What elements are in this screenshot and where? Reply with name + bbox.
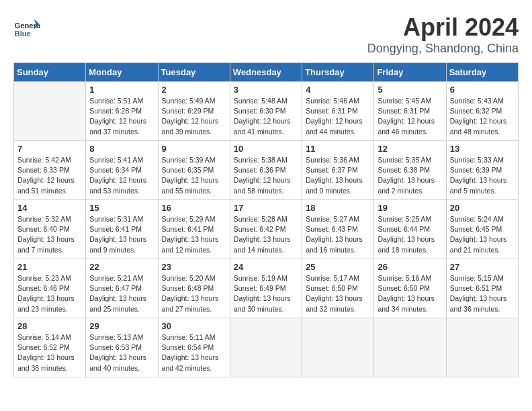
calendar-cell: 10 Sunrise: 5:38 AMSunset: 6:36 PMDaylig… xyxy=(230,141,302,200)
day-info: Sunrise: 5:15 AMSunset: 6:51 PMDaylight:… xyxy=(450,274,507,313)
day-info: Sunrise: 5:11 AMSunset: 6:54 PMDaylight:… xyxy=(162,333,219,372)
day-info: Sunrise: 5:13 AMSunset: 6:53 PMDaylight:… xyxy=(89,333,146,372)
day-number: 7 xyxy=(17,144,82,154)
day-number: 3 xyxy=(234,85,298,95)
day-info: Sunrise: 5:35 AMSunset: 6:38 PMDaylight:… xyxy=(378,156,435,195)
calendar-cell xyxy=(446,318,518,377)
day-info: Sunrise: 5:48 AMSunset: 6:30 PMDaylight:… xyxy=(234,97,291,136)
calendar-cell: 11 Sunrise: 5:36 AMSunset: 6:37 PMDaylig… xyxy=(302,141,374,200)
day-info: Sunrise: 5:41 AMSunset: 6:34 PMDaylight:… xyxy=(89,156,146,195)
calendar-cell: 5 Sunrise: 5:45 AMSunset: 6:31 PMDayligh… xyxy=(374,82,446,141)
page-header: General Blue April 2024 Dongying, Shando… xyxy=(13,13,519,56)
day-number: 2 xyxy=(162,85,226,95)
calendar-week-row: 14 Sunrise: 5:32 AMSunset: 6:40 PMDaylig… xyxy=(14,200,519,259)
calendar-week-row: 21 Sunrise: 5:23 AMSunset: 6:46 PMDaylig… xyxy=(14,259,519,318)
day-number: 9 xyxy=(162,144,226,154)
calendar-cell: 24 Sunrise: 5:19 AMSunset: 6:49 PMDaylig… xyxy=(230,259,302,318)
calendar-cell xyxy=(14,82,86,141)
day-number: 15 xyxy=(89,203,154,213)
calendar-header-row: SundayMondayTuesdayWednesdayThursdayFrid… xyxy=(14,63,519,82)
day-info: Sunrise: 5:51 AMSunset: 6:28 PMDaylight:… xyxy=(89,97,146,136)
day-info: Sunrise: 5:29 AMSunset: 6:41 PMDaylight:… xyxy=(162,215,219,254)
calendar-cell: 7 Sunrise: 5:42 AMSunset: 6:33 PMDayligh… xyxy=(14,141,86,200)
day-number: 27 xyxy=(450,262,515,272)
calendar-week-row: 1 Sunrise: 5:51 AMSunset: 6:28 PMDayligh… xyxy=(14,82,519,141)
calendar-cell: 25 Sunrise: 5:17 AMSunset: 6:50 PMDaylig… xyxy=(302,259,374,318)
calendar-cell: 19 Sunrise: 5:25 AMSunset: 6:44 PMDaylig… xyxy=(374,200,446,259)
day-info: Sunrise: 5:24 AMSunset: 6:45 PMDaylight:… xyxy=(450,215,507,254)
day-number: 20 xyxy=(450,203,515,213)
day-number: 22 xyxy=(89,262,154,272)
day-number: 25 xyxy=(306,262,370,272)
calendar-cell: 27 Sunrise: 5:15 AMSunset: 6:51 PMDaylig… xyxy=(446,259,518,318)
day-number: 30 xyxy=(162,321,226,331)
day-info: Sunrise: 5:31 AMSunset: 6:41 PMDaylight:… xyxy=(89,215,146,254)
day-info: Sunrise: 5:45 AMSunset: 6:31 PMDaylight:… xyxy=(378,97,435,136)
calendar-cell: 9 Sunrise: 5:39 AMSunset: 6:35 PMDayligh… xyxy=(158,141,230,200)
calendar-cell: 6 Sunrise: 5:43 AMSunset: 6:32 PMDayligh… xyxy=(446,82,518,141)
day-info: Sunrise: 5:43 AMSunset: 6:32 PMDaylight:… xyxy=(450,97,507,136)
day-of-week-header: Wednesday xyxy=(230,63,302,82)
month-year: April 2024 xyxy=(367,13,519,42)
day-info: Sunrise: 5:16 AMSunset: 6:50 PMDaylight:… xyxy=(378,274,435,313)
day-number: 28 xyxy=(17,321,82,331)
day-number: 11 xyxy=(306,144,370,154)
day-number: 8 xyxy=(89,144,154,154)
day-number: 10 xyxy=(234,144,298,154)
day-info: Sunrise: 5:20 AMSunset: 6:48 PMDaylight:… xyxy=(162,274,219,313)
calendar-week-row: 7 Sunrise: 5:42 AMSunset: 6:33 PMDayligh… xyxy=(14,141,519,200)
calendar-cell xyxy=(374,318,446,377)
day-number: 5 xyxy=(378,85,442,95)
svg-text:Blue: Blue xyxy=(15,30,31,38)
day-number: 26 xyxy=(378,262,442,272)
calendar-cell: 2 Sunrise: 5:49 AMSunset: 6:29 PMDayligh… xyxy=(158,82,230,141)
calendar-cell: 1 Sunrise: 5:51 AMSunset: 6:28 PMDayligh… xyxy=(86,82,158,141)
day-number: 24 xyxy=(234,262,298,272)
day-info: Sunrise: 5:32 AMSunset: 6:40 PMDaylight:… xyxy=(17,215,75,254)
day-info: Sunrise: 5:33 AMSunset: 6:39 PMDaylight:… xyxy=(450,156,507,195)
day-number: 6 xyxy=(450,85,515,95)
day-number: 16 xyxy=(162,203,226,213)
day-of-week-header: Thursday xyxy=(302,63,374,82)
calendar-cell: 18 Sunrise: 5:27 AMSunset: 6:43 PMDaylig… xyxy=(302,200,374,259)
day-number: 12 xyxy=(378,144,442,154)
day-number: 1 xyxy=(89,85,154,95)
day-of-week-header: Friday xyxy=(374,63,446,82)
day-info: Sunrise: 5:23 AMSunset: 6:46 PMDaylight:… xyxy=(17,274,75,313)
day-number: 17 xyxy=(234,203,298,213)
calendar-cell: 16 Sunrise: 5:29 AMSunset: 6:41 PMDaylig… xyxy=(158,200,230,259)
calendar-week-row: 28 Sunrise: 5:14 AMSunset: 6:52 PMDaylig… xyxy=(14,318,519,377)
day-number: 23 xyxy=(162,262,226,272)
calendar-cell: 3 Sunrise: 5:48 AMSunset: 6:30 PMDayligh… xyxy=(230,82,302,141)
day-info: Sunrise: 5:39 AMSunset: 6:35 PMDaylight:… xyxy=(162,156,219,195)
day-of-week-header: Tuesday xyxy=(158,63,230,82)
day-info: Sunrise: 5:28 AMSunset: 6:42 PMDaylight:… xyxy=(234,215,291,254)
day-info: Sunrise: 5:42 AMSunset: 6:33 PMDaylight:… xyxy=(17,156,75,195)
calendar-cell xyxy=(302,318,374,377)
day-info: Sunrise: 5:19 AMSunset: 6:49 PMDaylight:… xyxy=(234,274,291,313)
day-of-week-header: Monday xyxy=(86,63,158,82)
calendar-cell: 12 Sunrise: 5:35 AMSunset: 6:38 PMDaylig… xyxy=(374,141,446,200)
calendar-cell: 13 Sunrise: 5:33 AMSunset: 6:39 PMDaylig… xyxy=(446,141,518,200)
calendar-cell: 23 Sunrise: 5:20 AMSunset: 6:48 PMDaylig… xyxy=(158,259,230,318)
day-of-week-header: Saturday xyxy=(446,63,518,82)
day-number: 19 xyxy=(378,203,442,213)
day-info: Sunrise: 5:27 AMSunset: 6:43 PMDaylight:… xyxy=(306,215,363,254)
calendar-cell: 29 Sunrise: 5:13 AMSunset: 6:53 PMDaylig… xyxy=(86,318,158,377)
day-number: 18 xyxy=(306,203,370,213)
calendar-cell: 22 Sunrise: 5:21 AMSunset: 6:47 PMDaylig… xyxy=(86,259,158,318)
logo-icon: General Blue xyxy=(13,13,40,40)
calendar-cell: 8 Sunrise: 5:41 AMSunset: 6:34 PMDayligh… xyxy=(86,141,158,200)
day-info: Sunrise: 5:25 AMSunset: 6:44 PMDaylight:… xyxy=(378,215,435,254)
day-info: Sunrise: 5:49 AMSunset: 6:29 PMDaylight:… xyxy=(162,97,219,136)
calendar-body: 1 Sunrise: 5:51 AMSunset: 6:28 PMDayligh… xyxy=(14,82,519,377)
day-info: Sunrise: 5:14 AMSunset: 6:52 PMDaylight:… xyxy=(17,333,75,372)
day-number: 14 xyxy=(17,203,82,213)
day-number: 13 xyxy=(450,144,515,154)
day-info: Sunrise: 5:38 AMSunset: 6:36 PMDaylight:… xyxy=(234,156,291,195)
day-info: Sunrise: 5:36 AMSunset: 6:37 PMDaylight:… xyxy=(306,156,363,195)
calendar-cell: 21 Sunrise: 5:23 AMSunset: 6:46 PMDaylig… xyxy=(14,259,86,318)
logo: General Blue xyxy=(13,13,43,40)
calendar-cell: 4 Sunrise: 5:46 AMSunset: 6:31 PMDayligh… xyxy=(302,82,374,141)
calendar-cell: 20 Sunrise: 5:24 AMSunset: 6:45 PMDaylig… xyxy=(446,200,518,259)
